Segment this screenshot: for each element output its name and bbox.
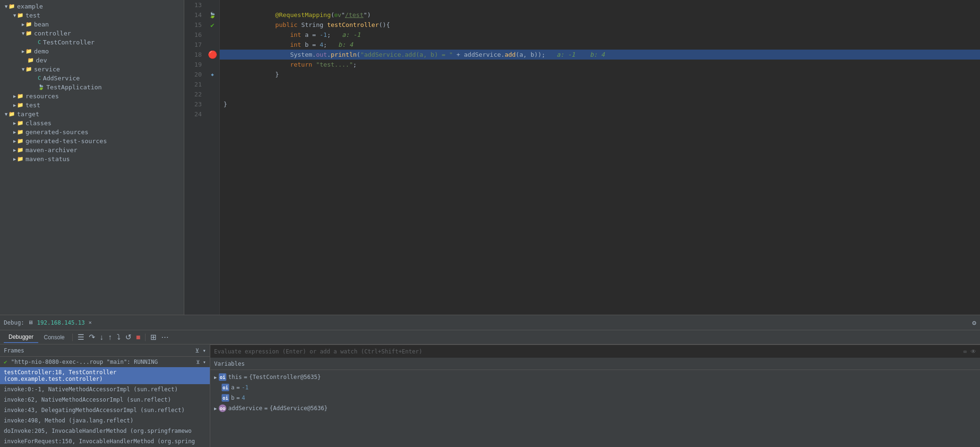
- sidebar-item-service[interactable]: ▼ 📁 service: [0, 65, 184, 74]
- debug-gear-icon[interactable]: ⚙: [972, 319, 976, 327]
- debug-panel: Debug: 🖥 192.168.145.13 ✕ ⚙ Debugger Con…: [0, 315, 980, 447]
- folder-icon-example: 📁: [9, 3, 15, 9]
- frame-5-label: invoke:498, Method (java.lang.reflect): [4, 417, 134, 424]
- expand-arrow-example: ▼: [5, 4, 8, 9]
- folder-icon-maven-archiver: 📁: [17, 147, 24, 153]
- var-expand-this[interactable]: ▶: [214, 375, 217, 380]
- frame-item-2[interactable]: invoke:0:-1, NativeMethodAccessorImpl (s…: [0, 384, 210, 395]
- sidebar-item-test2[interactable]: ▶ 📁 test: [0, 101, 184, 110]
- folder-icon-generated-sources: 📁: [17, 129, 24, 135]
- table-btn[interactable]: ⊞: [148, 332, 158, 343]
- expand-arrow-target: ▼: [5, 112, 8, 117]
- sidebar-item-generated-sources[interactable]: ▶ 📁 generated-sources: [0, 128, 184, 137]
- frame-item-4[interactable]: invoke:43, DelegatingMethodAccessorImpl …: [0, 405, 210, 415]
- tab-debugger[interactable]: Debugger: [4, 332, 38, 343]
- sidebar-item-controller[interactable]: ▼ 📁 controller: [0, 29, 184, 38]
- inline-val-b: b: 4: [331, 40, 353, 50]
- inline-val-a: a: -1: [335, 30, 361, 40]
- breakpoint-icon[interactable]: 🔴: [208, 50, 217, 59]
- sidebar-item-generated-test-sources[interactable]: ▶ 📁 generated-test-sources: [0, 137, 184, 146]
- sidebar-item-testapplication[interactable]: 🍃 TestApplication: [0, 83, 184, 92]
- separator-2: [145, 334, 146, 341]
- bookmark-icon: ◆: [211, 72, 214, 77]
- debug-close-btn[interactable]: ✕: [89, 319, 92, 326]
- sidebar-item-example[interactable]: ▼ 📁 example: [0, 2, 184, 11]
- tab-console[interactable]: Console: [39, 332, 69, 343]
- variables-header: Variables: [210, 358, 980, 370]
- var-eq-b: =: [236, 395, 240, 401]
- var-value-a: -1: [241, 384, 248, 391]
- folder-icon-generated-test-sources: 📁: [17, 138, 24, 144]
- var-icon-a: oi: [222, 384, 229, 391]
- sidebar-label-test2: test: [26, 102, 40, 109]
- file-icon-addservice: C: [38, 75, 41, 81]
- var-item-addservice[interactable]: ▶ oo addService = {AddService@5636}: [210, 403, 980, 413]
- var-value-addservice: {AddService@5636}: [270, 405, 328, 412]
- spring-icon: 🍃: [209, 12, 216, 18]
- more-btn[interactable]: ⋯: [159, 332, 171, 343]
- expand-arrow-classes: ▶: [13, 120, 16, 126]
- frame-item-5[interactable]: invoke:498, Method (java.lang.reflect): [0, 415, 210, 426]
- var-expand-addservice[interactable]: ▶: [214, 406, 217, 411]
- sidebar-label-classes: classes: [26, 120, 52, 127]
- gutter-15: ✔: [206, 20, 219, 30]
- variables-panel: Evaluate expression (Enter) or add a wat…: [210, 344, 980, 447]
- debug-icon-label: 🖥: [28, 319, 33, 326]
- sidebar-label-bean: bean: [34, 21, 49, 28]
- sidebar-item-addservice[interactable]: C AddService: [0, 74, 184, 83]
- stop-btn[interactable]: ■: [134, 332, 143, 343]
- sidebar-item-demo[interactable]: ▶ 📁 demo: [0, 47, 184, 56]
- frame-3-label: invoke:62, NativeMethodAccessorImpl (sun…: [4, 396, 171, 403]
- var-eq-a: =: [236, 384, 240, 391]
- frame-item-3[interactable]: invoke:62, NativeMethodAccessorImpl (sun…: [0, 395, 210, 405]
- list-view-btn[interactable]: ☰: [76, 332, 86, 343]
- thread-label: "http-nio-8080-exec-...roup "main": RUNN…: [11, 359, 158, 365]
- evaluate-bar[interactable]: Evaluate expression (Enter) or add a wat…: [210, 344, 980, 358]
- frame-item-7[interactable]: invokeForRequest:150, InvocableHandlerMe…: [0, 436, 210, 447]
- var-item-b[interactable]: oi b = 4: [210, 393, 980, 403]
- run-to-cursor-btn[interactable]: ⤵: [115, 332, 122, 343]
- step-over-btn[interactable]: ↷: [87, 332, 97, 343]
- frames-header: Frames ⊻ ▾: [0, 344, 210, 357]
- var-icon-this: oi: [219, 373, 226, 381]
- thread-filter-icon[interactable]: ⊻ ▾: [196, 359, 206, 365]
- sidebar-item-dev[interactable]: 📁 dev: [0, 56, 184, 65]
- folder-icon-bean: 📁: [26, 21, 32, 27]
- sidebar-item-classes[interactable]: ▶ 📁 classes: [0, 119, 184, 128]
- kw-int-a: int: [290, 30, 301, 40]
- var-item-a[interactable]: oi a = -1: [210, 382, 980, 393]
- frame-thread-item[interactable]: ✔ "http-nio-8080-exec-...roup "main": RU…: [0, 357, 210, 367]
- variables-header-label: Variables: [214, 361, 245, 367]
- frame-item-6[interactable]: doInvoke:205, InvocableHandlerMethod (or…: [0, 426, 210, 436]
- rerun-btn[interactable]: ↺: [123, 332, 133, 343]
- frames-filter-icon[interactable]: ⊻ ▾: [195, 347, 206, 354]
- sidebar-label-testcontroller: TestController: [43, 39, 95, 46]
- sidebar-label-generated-sources: generated-sources: [26, 129, 88, 136]
- eye-icon: 👁: [971, 348, 976, 355]
- code-line-18: System.out.println("addService.add(a, b)…: [220, 50, 980, 60]
- sidebar-item-resources[interactable]: ▶ 📁 resources: [0, 92, 184, 101]
- debug-tabs-bar: Debug: 🖥 192.168.145.13 ✕ ⚙: [0, 315, 980, 330]
- sidebar-item-maven-status[interactable]: ▶ 📁 maven-status: [0, 155, 184, 163]
- sidebar-item-test[interactable]: ▼ 📁 test: [0, 11, 184, 20]
- sidebar-item-target[interactable]: ▼ 📁 target: [0, 110, 184, 119]
- inline-val-line18: a: -1 b: 4: [557, 50, 605, 60]
- frame-item-1[interactable]: testController:18, TestController (com.e…: [0, 367, 210, 384]
- sidebar-item-bean[interactable]: ▶ 📁 bean: [0, 20, 184, 29]
- gutter-17: [206, 40, 219, 50]
- gutter-23: [206, 99, 219, 109]
- sidebar-label-test: test: [26, 12, 40, 19]
- gutter-22: [206, 89, 219, 99]
- step-out-btn[interactable]: ↑: [106, 332, 114, 343]
- folder-icon-maven-status: 📁: [17, 156, 24, 162]
- sidebar-item-testcontroller[interactable]: C TestController: [0, 38, 184, 47]
- sidebar-label-maven-archiver: maven-archiver: [26, 146, 77, 154]
- step-into-btn[interactable]: ↓: [98, 332, 105, 343]
- evaluate-placeholder: Evaluate expression (Enter) or add a wat…: [214, 348, 422, 355]
- file-icon-testcontroller: C: [38, 39, 41, 45]
- sidebar-label-maven-status: maven-status: [26, 155, 70, 163]
- evaluate-icons: ∞ 👁: [963, 348, 976, 355]
- frame-7-label: invokeForRequest:150, InvocableHandlerMe…: [4, 438, 195, 445]
- sidebar-item-maven-archiver[interactable]: ▶ 📁 maven-archiver: [0, 146, 184, 155]
- var-item-this[interactable]: ▶ oi this = {TestController@5635}: [210, 372, 980, 382]
